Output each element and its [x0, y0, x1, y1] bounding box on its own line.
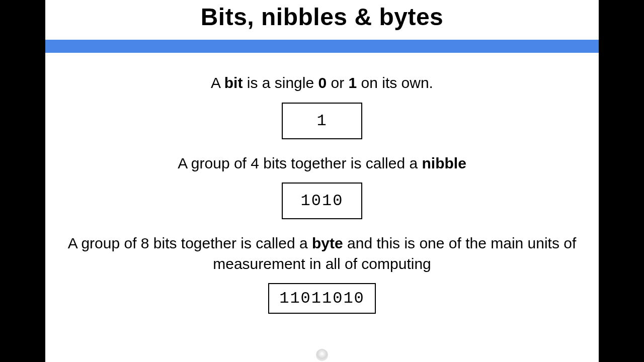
text: on its own.: [357, 74, 433, 91]
bit-description: A bit is a single 0 or 1 on its own.: [65, 73, 579, 94]
slide-title: Bits, nibbles & bytes: [45, 0, 599, 40]
title-divider: [45, 40, 599, 53]
cursor-indicator-icon: [316, 349, 328, 361]
text: A: [211, 74, 224, 91]
term-nibble: nibble: [422, 155, 466, 171]
text: A group of 8 bits together is called a: [68, 235, 312, 251]
nibble-description: A group of 4 bits together is called a n…: [65, 153, 579, 174]
text: or: [327, 74, 348, 91]
byte-example-box: 11011010: [268, 283, 376, 314]
term-byte: byte: [312, 235, 343, 251]
nibble-example-box: 1010: [282, 183, 363, 219]
text: is a single: [243, 74, 318, 91]
byte-description: A group of 8 bits together is called a b…: [65, 233, 579, 274]
term-zero: 0: [318, 74, 327, 91]
slide-content: A bit is a single 0 or 1 on its own. 1 A…: [45, 53, 599, 314]
text: A group of 4 bits together is called a: [178, 155, 422, 171]
bit-example-box: 1: [282, 103, 362, 139]
term-one: 1: [349, 74, 357, 91]
term-bit: bit: [224, 74, 243, 91]
slide: Bits, nibbles & bytes A bit is a single …: [45, 0, 599, 362]
